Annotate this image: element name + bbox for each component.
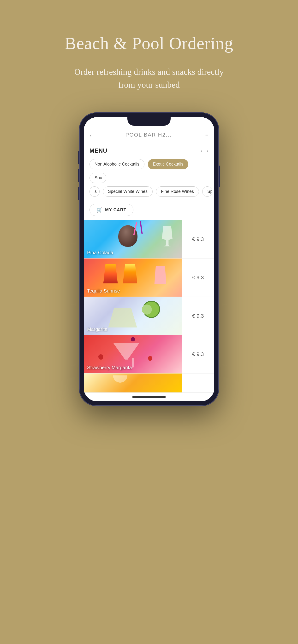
- menu-nav-left-arrow[interactable]: ‹: [201, 147, 203, 154]
- lime-inner: [142, 304, 152, 314]
- tequila-name: Tequila Sunrise: [87, 288, 120, 294]
- menu-items-list: Pina Colada € 9.3 Tequila Sunrise € 9.3: [84, 220, 214, 393]
- cart-button[interactable]: 🛒 MY CART: [89, 204, 133, 216]
- volume-up-button: [78, 151, 79, 164]
- chip-spe-partial[interactable]: Spe: [202, 186, 212, 197]
- chip-special-white[interactable]: Special White Wines: [103, 186, 153, 197]
- martini-glass-stem: [132, 358, 134, 368]
- glass-1: [103, 264, 118, 284]
- phone-screen: ‹ POOL BAR H2... ≡ MENU ‹ › Non Alcoholi…: [84, 117, 214, 401]
- chip-sou-partial[interactable]: Sou: [89, 173, 106, 183]
- tequila-price: € 9.3: [182, 258, 214, 296]
- silent-button: [78, 187, 79, 200]
- hero-title: Beach & Pool Ordering: [65, 34, 233, 54]
- glass-3: [154, 266, 167, 284]
- martini-glass-top: [113, 343, 139, 360]
- cherry: [131, 337, 135, 342]
- home-bar: [132, 396, 166, 398]
- menu-item-pina-colada[interactable]: Pina Colada € 9.3: [84, 220, 214, 258]
- menu-item-strawberry-margarita[interactable]: Strawberry Margarita € 9.3: [84, 335, 214, 374]
- chip-fine-rose[interactable]: Fine Rose Wines: [156, 186, 199, 197]
- pina-colada-price: € 9.3: [182, 220, 214, 258]
- home-indicator: [84, 393, 214, 401]
- margarita-name: Margarita: [87, 326, 107, 332]
- menu-item-margarita[interactable]: Margarita € 9.3: [84, 297, 214, 335]
- app-header: ‹ POOL BAR H2... ≡: [84, 128, 214, 142]
- volume-down-button: [78, 169, 79, 182]
- category-chips-row2: s Special White Wines Fine Rose Wines Sp…: [84, 186, 214, 200]
- menu-item-tequila-sunrise[interactable]: Tequila Sunrise € 9.3: [84, 258, 214, 297]
- chip-prev-partial[interactable]: s: [89, 186, 100, 197]
- page-wrapper: Beach & Pool Ordering Order refreshing d…: [0, 0, 298, 406]
- wine-glass: [161, 226, 174, 248]
- hamburger-menu-icon[interactable]: ≡: [205, 132, 209, 138]
- cart-row: 🛒 MY CART: [84, 200, 214, 220]
- strawberry-1: [98, 354, 104, 360]
- partial-item-price: [182, 374, 214, 393]
- menu-label-row: MENU ‹ ›: [84, 142, 214, 157]
- app-title: POOL BAR H2...: [125, 132, 172, 138]
- menu-nav-arrows: ‹ ›: [201, 147, 209, 154]
- strawberry-margarita-price: € 9.3: [182, 335, 214, 373]
- pina-colada-name: Pina Colada: [87, 250, 113, 256]
- fruit-slice: [113, 376, 127, 382]
- power-button: [219, 166, 220, 187]
- glass-2: [123, 264, 137, 284]
- menu-nav-right-arrow[interactable]: ›: [206, 147, 209, 154]
- chip-non-alcoholic[interactable]: Non Alcoholic Cocktails: [89, 159, 144, 170]
- category-chips-row1: Non Alcoholic Cocktails Exotic Cocktails…: [84, 157, 214, 186]
- cart-icon: 🛒: [96, 207, 103, 213]
- strawberry-2: [148, 356, 152, 361]
- back-button[interactable]: ‹: [89, 131, 92, 139]
- margarita-price: € 9.3: [182, 297, 214, 335]
- menu-item-partial[interactable]: [84, 374, 214, 393]
- straw-purple: [140, 221, 143, 234]
- partial-item-image: [84, 374, 182, 393]
- phone-notch: [127, 117, 171, 126]
- cart-label: MY CART: [105, 208, 126, 212]
- menu-label: MENU: [89, 147, 107, 154]
- phone-mockup: ‹ POOL BAR H2... ≡ MENU ‹ › Non Alcoholi…: [79, 113, 219, 406]
- margarita-glass: [108, 308, 137, 328]
- strawberry-margarita-name: Strawberry Margarita: [87, 365, 132, 370]
- chip-exotic[interactable]: Exotic Cocktails: [148, 159, 188, 170]
- hero-subtitle: Order refreshing drinks and snacks direc…: [65, 66, 233, 91]
